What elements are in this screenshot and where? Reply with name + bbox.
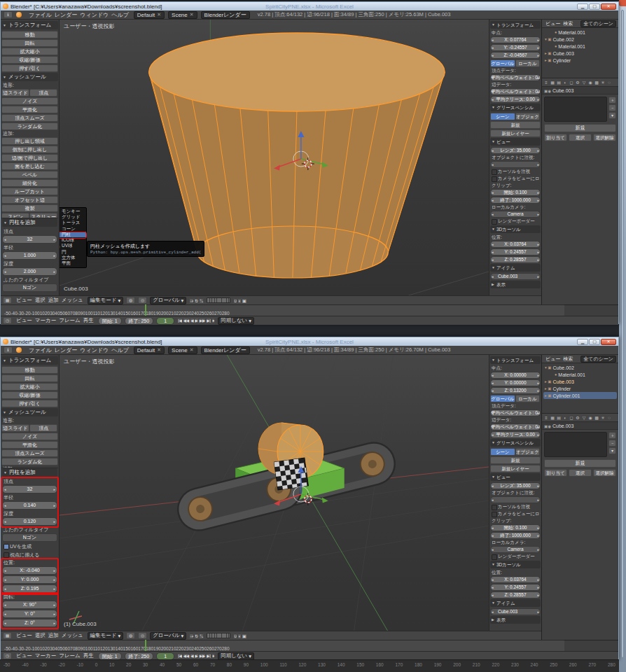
timeline-ruler[interactable]: -50-40-30-20-100102030405060708090100110… — [1, 640, 618, 651]
n-panel-item[interactable]: 辺データ: — [490, 81, 541, 88]
n-panel-item[interactable]: Z: 0.28557 — [490, 592, 541, 598]
n-panel-item[interactable] — [490, 496, 541, 503]
render-engine-selector[interactable]: Blenderレンダー — [201, 11, 250, 19]
operator-field[interactable]: UVを生成 — [2, 542, 57, 550]
deselect-button[interactable]: 選択解除 — [593, 134, 616, 141]
tool-shelf-item[interactable]: 造形: — [1, 82, 58, 88]
viewport-3d[interactable]: ユーザー・透視投影 (1) Cube.003 — [60, 355, 489, 631]
shading-mode-icon[interactable]: ◍ — [126, 297, 135, 304]
properties-tab-icon[interactable]: ▩ — [594, 415, 599, 420]
n-panel-item[interactable]: レンダーボーダー — [490, 553, 541, 560]
layers-widget[interactable] — [207, 298, 230, 303]
material-slot-list[interactable] — [544, 97, 607, 122]
tool-shelf-item[interactable]: 収縮/膨張 — [1, 391, 58, 399]
n-panel-item[interactable]: ビュー — [490, 473, 541, 481]
scene-selector[interactable]: Scene✕ — [168, 11, 197, 19]
n-panel-item[interactable]: シーン — [490, 113, 515, 120]
playback-button[interactable]: ◀ — [190, 653, 194, 659]
current-frame-field[interactable]: 1 — [156, 652, 174, 660]
pivot-point-icon[interactable]: ◎ — [138, 632, 147, 639]
viewport-menu-item[interactable]: メッシュ — [60, 297, 85, 303]
new-material-button[interactable]: 新規 — [544, 124, 616, 132]
n-panel-item[interactable]: 中点: — [490, 365, 541, 371]
slot-list-button[interactable]: ▾ — [608, 112, 616, 119]
playback-button[interactable]: ● — [211, 318, 215, 323]
playback-button[interactable]: |◀ — [177, 653, 183, 659]
tool-shelf-item[interactable]: 追加: — [1, 130, 58, 136]
operator-field[interactable]: 2.000 — [2, 267, 57, 276]
playback-button[interactable]: ◀◀ — [183, 653, 190, 659]
menu-item[interactable]: ファイル — [27, 347, 53, 354]
mode-selector[interactable]: 編集モード▾ — [88, 297, 124, 304]
n-panel-item[interactable]: 終了: 1000.000 — [490, 532, 541, 539]
timeline-menu-item[interactable]: ビュー — [15, 652, 34, 659]
slot-list-button[interactable]: － — [608, 104, 616, 111]
operator-panel-header[interactable]: 円柱を追加 — [2, 218, 57, 227]
n-panel-item[interactable]: グリースペンシル — [490, 439, 541, 447]
current-frame-marker[interactable] — [145, 304, 146, 316]
editor-type-icon[interactable]: ◷ — [3, 317, 12, 324]
n-panel-item[interactable]: 平均クリース: 0.00 — [490, 431, 541, 438]
orientation-selector[interactable]: グローバル▾ — [150, 632, 186, 640]
outliner-row[interactable]: ▸ ▣Cylinder — [543, 57, 617, 64]
n-panel-item[interactable]: グローバル — [490, 59, 515, 67]
current-frame-field[interactable]: 1 — [156, 317, 174, 325]
operator-field[interactable]: X: 90° — [2, 601, 57, 609]
tool-shelf-item[interactable]: メッシュツール — [1, 73, 58, 81]
select-button[interactable]: 選択 — [569, 469, 592, 477]
operator-field[interactable]: 深度 — [2, 510, 57, 517]
add-mesh-menu-item[interactable]: ▭平面 — [60, 261, 86, 267]
menu-item[interactable]: ヘルプ — [110, 12, 130, 18]
n-panel-item[interactable]: Cube.003 — [490, 608, 541, 615]
viewport-menu-item[interactable]: ビュー — [15, 632, 34, 638]
properties-tab-icon[interactable]: ⚙ — [575, 415, 580, 420]
playback-button[interactable]: ▶▶ — [199, 653, 206, 659]
playback-button[interactable]: ▶| — [206, 653, 211, 659]
properties-tab-icon[interactable]: ≡ — [543, 80, 549, 85]
timeline-menu-item[interactable]: フレーム — [57, 652, 82, 659]
manipulator-toggle-icon[interactable]: ⤡ — [199, 634, 204, 639]
menu-item[interactable]: ファイル — [27, 12, 53, 18]
excel-close-button[interactable] — [619, 0, 626, 6]
n-panel-item[interactable]: 新規 — [490, 456, 541, 464]
n-panel-item[interactable]: X: 0.07764 — [490, 36, 541, 43]
close-icon[interactable]: ✕ — [190, 347, 194, 353]
properties-tab-icon[interactable]: ▩ — [594, 80, 599, 85]
operator-field[interactable]: 0.120 — [2, 517, 57, 526]
operator-field[interactable]: 0.140 — [2, 501, 57, 510]
n-panel-item[interactable]: Y: -0.24557 — [490, 44, 541, 51]
tool-shelf-item[interactable]: メッシュツール — [1, 408, 58, 416]
n-panel-item[interactable]: レンズ: 35.000 — [490, 482, 541, 489]
close-icon[interactable]: ✕ — [157, 12, 161, 18]
assign-button[interactable]: 割り当て — [544, 469, 567, 477]
n-panel-item[interactable]: ローカルカメラ: — [490, 539, 541, 545]
tool-shelf-item[interactable]: 拡大縮小 — [1, 383, 58, 391]
assign-button[interactable]: 割り当て — [544, 134, 567, 141]
n-panel-item[interactable]: クリップ: — [490, 517, 541, 524]
playback-button[interactable]: ◀ — [190, 318, 194, 323]
editor-type-icon[interactable]: ℹ — [4, 346, 13, 354]
select-button[interactable]: 選択 — [569, 134, 592, 141]
n-panel-item[interactable]: 平均ベベルウェイト: 0.00 — [490, 88, 541, 95]
n-panel-item[interactable]: カメラをビューにロック — [490, 175, 541, 182]
n-panel-item[interactable]: グリースペンシル — [490, 104, 541, 111]
properties-tab-icon[interactable]: ▤ — [556, 415, 562, 420]
editor-type-icon[interactable]: ▦ — [3, 632, 12, 639]
n-panel-item[interactable]: 頂点データ: — [490, 402, 541, 409]
n-panel-item[interactable]: ローカル — [515, 59, 541, 67]
title-bar[interactable]: Blender* [C:¥Users¥anazawa¥Downloads¥scr… — [1, 2, 618, 10]
n-panel-item[interactable]: 表示 — [490, 281, 541, 288]
n-panel-item[interactable]: Y: 0.24557 — [490, 248, 541, 255]
n-panel-item[interactable]: ローカル — [515, 395, 541, 402]
tool-shelf-item[interactable]: トランスフォーム — [1, 356, 58, 365]
outliner-row[interactable]: ▾ ▣Cube.002 — [543, 364, 617, 371]
tool-shelf-item[interactable]: ノイズ — [1, 97, 58, 105]
slot-list-button[interactable]: － — [608, 440, 616, 447]
tool-shelf-item[interactable]: 個別に押し出し — [1, 146, 58, 153]
outliner-row[interactable]: ●Material.001 — [543, 29, 617, 36]
editor-type-icon[interactable]: ◷ — [3, 652, 12, 659]
n-panel-item[interactable]: Y: 0.24557 — [490, 584, 541, 591]
outliner-menu-item[interactable]: ビュー — [544, 21, 562, 26]
outliner-menu-item[interactable]: ビュー — [544, 356, 562, 361]
title-bar[interactable]: Blender* [C:¥Users¥anazawa¥Downloads¥scr… — [1, 337, 618, 346]
